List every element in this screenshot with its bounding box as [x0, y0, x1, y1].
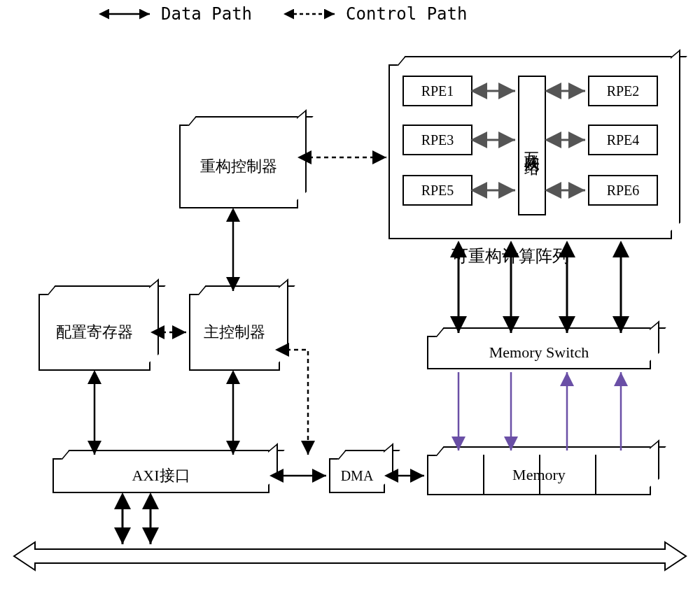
rpe6-block: RPE6 — [588, 175, 658, 206]
reconfig-array-label: 可重构计算阵列 — [451, 245, 569, 267]
rpe5-label: RPE5 — [421, 183, 454, 199]
axi-interface-block: AXI接口 — [52, 458, 270, 493]
rpe2-label: RPE2 — [607, 83, 640, 99]
legend-control-arrow-icon — [283, 7, 339, 21]
memory-divider-1 — [483, 455, 484, 495]
rpe4-block: RPE4 — [588, 125, 658, 155]
rpe3-label: RPE3 — [421, 132, 454, 148]
legend-control-label: Control Path — [346, 4, 467, 24]
rpe1-label: RPE1 — [421, 83, 454, 99]
dma-block: DMA — [329, 458, 385, 493]
rpe2-block: RPE2 — [588, 76, 658, 106]
legend: Data Path Control Path — [98, 4, 467, 24]
reconfig-controller-label: 重构控制器 — [200, 157, 277, 177]
legend-data-arrow-icon — [98, 7, 154, 21]
rpe4-label: RPE4 — [607, 132, 640, 148]
diagram-canvas: Data Path Control Path 重构控制器 配置寄存器 主控制器 … — [0, 0, 700, 610]
reconfig-controller-block: 重构控制器 — [179, 125, 298, 208]
interconnect-label: 互联网络 — [522, 140, 542, 151]
rpe3-block: RPE3 — [402, 125, 472, 155]
memory-switch-label: Memory Switch — [489, 343, 589, 363]
axi-bus-label: AXI — [336, 547, 363, 565]
rpe5-block: RPE5 — [402, 175, 472, 206]
legend-data-label: Data Path — [161, 4, 252, 24]
config-register-block: 配置寄存器 — [38, 294, 150, 371]
rpe1-block: RPE1 — [402, 76, 472, 106]
config-register-label: 配置寄存器 — [56, 322, 133, 343]
rpe6-label: RPE6 — [607, 183, 640, 199]
memory-switch-block: Memory Switch — [427, 336, 651, 369]
memory-divider-3 — [595, 455, 596, 495]
dma-label: DMA — [341, 467, 374, 485]
interconnect-block: 互联网络 — [518, 76, 546, 215]
memory-divider-2 — [539, 455, 540, 495]
main-controller-block: 主控制器 — [189, 294, 280, 371]
axi-interface-label: AXI接口 — [132, 466, 190, 486]
main-controller-label: 主控制器 — [204, 322, 265, 343]
